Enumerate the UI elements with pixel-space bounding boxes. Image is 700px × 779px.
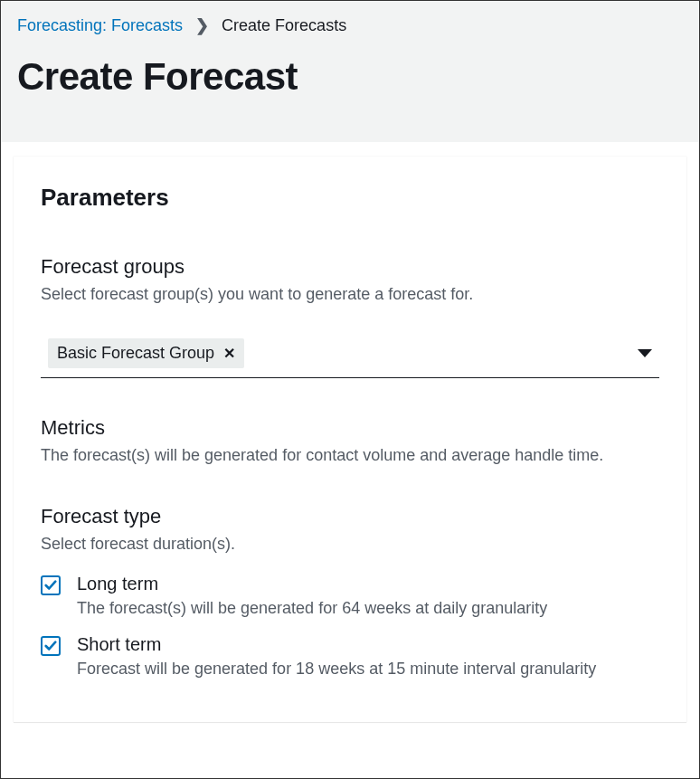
remove-chip-icon[interactable]: ✕	[223, 345, 235, 362]
forecast-groups-select[interactable]: Basic Forecast Group ✕	[41, 331, 659, 378]
forecast-groups-label: Forecast groups	[41, 255, 659, 279]
forecast-groups-description: Select forecast group(s) you want to gen…	[41, 282, 659, 306]
metrics-field: Metrics The forecast(s) will be generate…	[41, 416, 659, 467]
breadcrumb-parent-link[interactable]: Forecasting: Forecasts	[17, 16, 183, 35]
long-term-description: The forecast(s) will be generated for 64…	[77, 596, 659, 620]
forecast-type-field: Forecast type Select forecast duration(s…	[41, 505, 659, 688]
breadcrumb-current: Create Forecasts	[222, 16, 346, 35]
metrics-description: The forecast(s) will be generated for co…	[41, 443, 659, 467]
forecast-type-label: Forecast type	[41, 505, 659, 528]
parameters-panel: Parameters Forecast groups Select foreca…	[14, 157, 686, 722]
metrics-label: Metrics	[41, 416, 659, 440]
forecast-type-options: Long term The forecast(s) will be genera…	[41, 574, 659, 688]
selected-group-chip-label: Basic Forecast Group	[57, 344, 214, 363]
parameters-heading: Parameters	[41, 184, 659, 212]
header-region: Forecasting: Forecasts ❯ Create Forecast…	[1, 1, 699, 142]
chevron-right-icon: ❯	[195, 15, 209, 35]
page-title: Create Forecast	[17, 55, 683, 99]
short-term-checkbox[interactable]	[41, 636, 61, 656]
long-term-body: Long term The forecast(s) will be genera…	[77, 574, 659, 627]
caret-down-icon	[638, 349, 652, 357]
forecast-groups-field: Forecast groups Select forecast group(s)…	[41, 255, 659, 378]
short-term-description: Forecast will be generated for 18 weeks …	[77, 657, 659, 680]
check-icon	[44, 579, 57, 592]
selected-group-chip: Basic Forecast Group ✕	[48, 338, 244, 368]
check-icon	[44, 640, 57, 652]
short-term-title: Short term	[77, 634, 659, 655]
long-term-checkbox[interactable]	[41, 575, 61, 595]
breadcrumb: Forecasting: Forecasts ❯ Create Forecast…	[17, 15, 683, 35]
forecast-type-description: Select forecast duration(s).	[41, 532, 659, 556]
forecast-type-option-short-term: Short term Forecast will be generated fo…	[41, 634, 659, 688]
forecast-type-option-long-term: Long term The forecast(s) will be genera…	[41, 574, 659, 627]
long-term-title: Long term	[77, 574, 659, 594]
short-term-body: Short term Forecast will be generated fo…	[77, 634, 659, 688]
